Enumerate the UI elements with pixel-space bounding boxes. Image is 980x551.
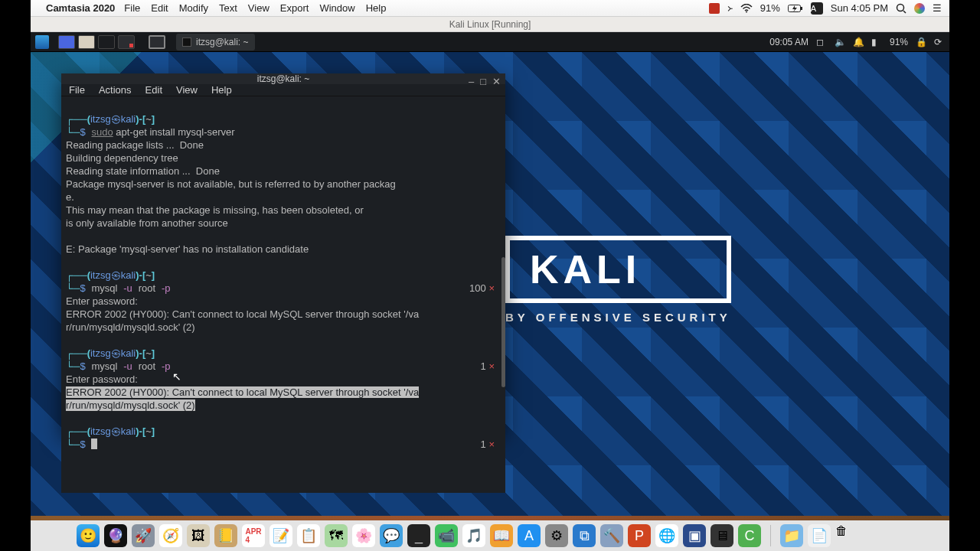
dock-folder-icon[interactable]: 📁 <box>780 524 803 547</box>
dock-preview-icon[interactable]: 🖼 <box>187 524 210 547</box>
dock-chrome-icon[interactable]: 🌐 <box>655 524 678 547</box>
scrollbar[interactable] <box>501 257 505 387</box>
dock-messages-icon[interactable]: 💬 <box>380 524 403 547</box>
mac-menu-text[interactable]: Text <box>219 2 237 14</box>
taskbar-files-icon[interactable] <box>78 35 95 49</box>
kali-top-panel: itzsg@kali: ~ 09:05 AM ◻ 🔈 🔔 ▮ 91% 🔒 ⟳ <box>31 32 949 52</box>
mac-app-name[interactable]: Camtasia 2020 <box>46 2 115 14</box>
dock-safari-icon[interactable]: 🧭 <box>159 524 182 547</box>
dock-launchpad-icon[interactable]: 🚀 <box>132 524 155 547</box>
dock-virtualbox-icon[interactable]: ▣ <box>683 524 706 547</box>
dock-vscode-icon[interactable]: ⧉ <box>573 524 596 547</box>
kali-logo: KALI BY OFFENSIVE SECURITY <box>505 236 731 324</box>
mac-battery-pct: 91% <box>760 2 780 14</box>
svg-point-3 <box>897 4 904 11</box>
taskbar-app-1[interactable] <box>58 35 75 49</box>
account-icon[interactable] <box>914 3 925 14</box>
dock-photos-icon[interactable]: 🌸 <box>352 524 375 547</box>
term-menu-actions[interactable]: Actions <box>99 84 132 96</box>
mac-dock: 🙂 🔮 🚀 🧭 🖼 📒 APR4 📝 📋 🗺 🌸 💬 _ 📹 🎵 📖 A ⚙ ⧉… <box>31 520 949 551</box>
dock-maps-icon[interactable]: 🗺 <box>325 524 348 547</box>
taskbar-terminal-icon[interactable] <box>98 35 115 49</box>
taskbar-window-label: itzsg@kali: ~ <box>196 37 249 47</box>
maximize-icon[interactable]: □ <box>480 76 486 87</box>
mac-menu-window[interactable]: Window <box>319 2 354 14</box>
dock-screen-icon[interactable]: 🖥 <box>710 524 733 547</box>
taskbar-window-tab[interactable]: itzsg@kali: ~ <box>176 34 255 51</box>
mac-menu-help[interactable]: Help <box>366 2 387 14</box>
close-icon[interactable]: ✕ <box>492 76 501 87</box>
dock-xcode-icon[interactable]: 🔨 <box>600 524 623 547</box>
kali-logo-text: KALI <box>505 236 731 303</box>
kali-desktop: KALI BY OFFENSIVE SECURITY itzsg@kali: ~… <box>31 52 949 516</box>
dock-settings-icon[interactable]: ⚙ <box>545 524 568 547</box>
dock-finder-icon[interactable]: 🙂 <box>77 524 100 547</box>
mac-clock[interactable]: Sun 4:05 PM <box>831 2 888 14</box>
notifications-icon[interactable]: 🔔 <box>853 37 864 47</box>
term-menu-help[interactable]: Help <box>211 84 232 96</box>
workspace-icon[interactable]: ◻ <box>816 37 827 47</box>
svg-point-0 <box>746 11 747 12</box>
cursor-block <box>91 439 97 449</box>
mac-menu-export[interactable]: Export <box>280 2 309 14</box>
dock-doc-icon[interactable]: 📄 <box>808 524 831 547</box>
terminal-title-text: itzsg@kali: ~ <box>257 73 310 84</box>
notification-center-icon[interactable]: ☰ <box>933 2 942 14</box>
kali-logo-subtitle: BY OFFENSIVE SECURITY <box>505 311 731 324</box>
minimize-icon[interactable]: – <box>469 76 474 87</box>
dock-separator <box>770 525 771 546</box>
terminal-menubar: File Actions Edit View Help <box>61 84 505 96</box>
spotlight-icon[interactable] <box>896 3 906 14</box>
mac-menubar: Camtasia 2020 File Edit Modify Text View… <box>31 0 949 17</box>
dock-facetime-icon[interactable]: 📹 <box>435 524 458 547</box>
dock-notes-icon[interactable]: 📝 <box>270 524 292 547</box>
mac-menu-edit[interactable]: Edit <box>151 2 168 14</box>
term-menu-view[interactable]: View <box>176 84 198 96</box>
dock-camtasia-icon[interactable]: C <box>738 524 761 547</box>
bluetooth-icon[interactable]: ᚛ <box>727 2 733 14</box>
dock-reminders-icon[interactable]: 📋 <box>297 524 320 547</box>
kali-clock[interactable]: 09:05 AM <box>769 37 808 47</box>
terminal-window: itzsg@kali: ~ – □ ✕ File Actions Edit Vi… <box>61 73 505 433</box>
recording-icon[interactable] <box>709 3 720 14</box>
wifi-icon[interactable] <box>740 4 753 13</box>
taskbar-active-term-icon[interactable] <box>149 35 165 49</box>
kali-menu-icon[interactable] <box>35 35 49 49</box>
dock-contacts-icon[interactable]: 📒 <box>214 524 237 547</box>
dock-powerpoint-icon[interactable]: P <box>628 524 651 547</box>
power-icon[interactable]: ⟳ <box>934 37 945 47</box>
dock-itunes-icon[interactable]: 🎵 <box>462 524 485 547</box>
terminal-titlebar[interactable]: itzsg@kali: ~ – □ ✕ <box>61 73 505 84</box>
mac-menu-modify[interactable]: Modify <box>179 2 208 14</box>
svg-line-4 <box>903 11 906 13</box>
vm-window-title: Kali Linux [Running] <box>31 17 949 32</box>
battery-icon[interactable]: ▮ <box>871 37 882 47</box>
dock-terminal-icon[interactable]: _ <box>407 524 430 547</box>
dock-siri-icon[interactable]: 🔮 <box>104 524 127 547</box>
mac-menu-view[interactable]: View <box>248 2 270 14</box>
term-menu-edit[interactable]: Edit <box>145 84 162 96</box>
mac-menu-file[interactable]: File <box>124 2 140 14</box>
terminal-mini-icon <box>182 37 191 47</box>
term-menu-file[interactable]: File <box>69 84 85 96</box>
terminal-body[interactable]: ┌──(itzsg㉿kali)-[~] └─$ sudo apt-get ins… <box>61 96 505 493</box>
lock-icon[interactable]: 🔒 <box>916 37 926 47</box>
dock-books-icon[interactable]: 📖 <box>490 524 513 547</box>
kali-battery: 91% <box>890 37 908 47</box>
dock-appstore-icon[interactable]: A <box>518 524 541 547</box>
svg-rect-2 <box>801 7 802 10</box>
input-source-icon[interactable]: A <box>811 2 823 15</box>
charging-icon <box>788 4 803 13</box>
dock-calendar-icon[interactable]: APR4 <box>242 524 265 547</box>
mouse-pointer-icon: ↖ <box>172 370 181 383</box>
taskbar-app-4[interactable] <box>118 35 135 49</box>
dock-trash-icon[interactable]: 🗑 <box>835 524 857 547</box>
volume-icon[interactable]: 🔈 <box>835 37 845 47</box>
